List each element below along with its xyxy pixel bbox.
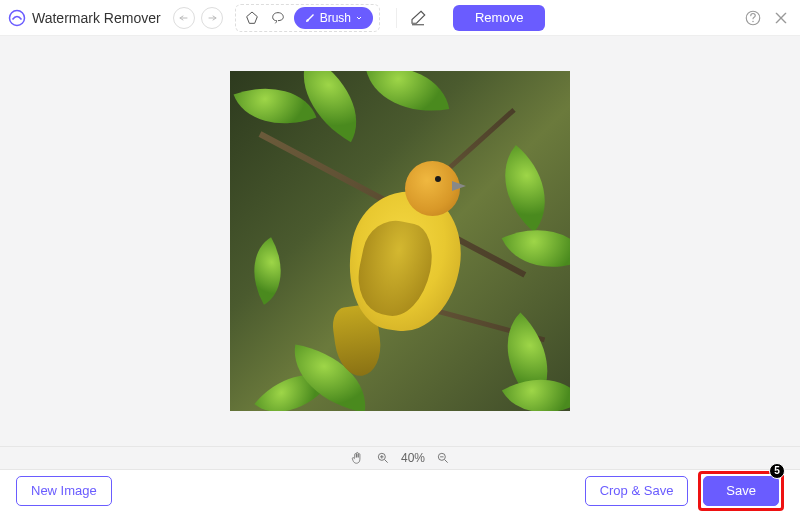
remove-button-label: Remove: [475, 10, 523, 25]
new-image-label: New Image: [31, 483, 97, 498]
divider: [396, 8, 397, 28]
remove-button[interactable]: Remove: [453, 5, 545, 31]
bottom-bar: New Image Crop & Save 5 Save: [0, 470, 800, 511]
eraser-icon[interactable]: [407, 7, 429, 29]
redo-button[interactable]: [201, 7, 223, 29]
svg-point-3: [752, 20, 754, 22]
pan-hand-icon[interactable]: [349, 450, 365, 466]
annotation-badge: 5: [769, 463, 785, 479]
polygon-select-icon[interactable]: [242, 8, 262, 28]
selection-tool-group: Brush: [235, 4, 380, 32]
annotation-highlight: 5 Save: [698, 471, 784, 511]
app-logo-icon: [8, 9, 26, 27]
svg-line-9: [445, 460, 448, 463]
brush-tool-button[interactable]: Brush: [294, 7, 373, 29]
svg-line-5: [385, 460, 388, 463]
close-button[interactable]: [770, 7, 792, 29]
help-button[interactable]: [742, 7, 764, 29]
new-image-button[interactable]: New Image: [16, 476, 112, 506]
zoom-out-button[interactable]: [435, 450, 451, 466]
toolbar: Watermark Remover Brush Remove: [0, 0, 800, 36]
save-button[interactable]: Save: [703, 476, 779, 506]
zoom-level-label: 40%: [401, 451, 425, 465]
svg-point-0: [10, 10, 25, 25]
canvas-area: [0, 36, 800, 446]
crop-and-save-label: Crop & Save: [600, 483, 674, 498]
canvas-image[interactable]: [230, 71, 570, 411]
chevron-down-icon: [355, 14, 363, 22]
crop-and-save-button[interactable]: Crop & Save: [585, 476, 689, 506]
brush-tool-label: Brush: [320, 11, 351, 25]
undo-button[interactable]: [173, 7, 195, 29]
zoom-bar: 40%: [0, 446, 800, 470]
save-label: Save: [726, 483, 756, 498]
zoom-in-button[interactable]: [375, 450, 391, 466]
lasso-select-icon[interactable]: [268, 8, 288, 28]
app-title: Watermark Remover: [32, 10, 161, 26]
